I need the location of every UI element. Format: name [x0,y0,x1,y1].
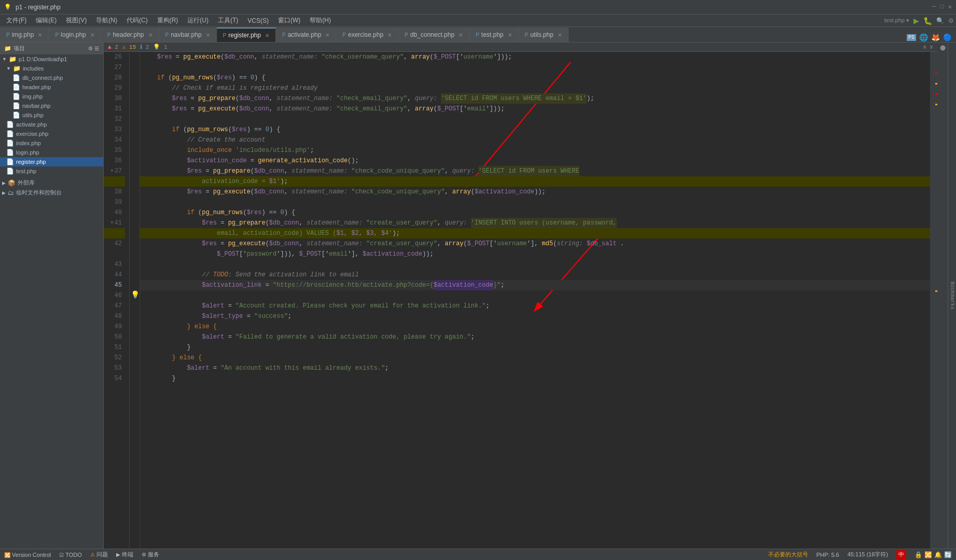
sidebar-file-index[interactable]: 📄 index.php [0,138,103,148]
right-panel-toggle[interactable]: ⬤ [940,45,946,50]
sidebar-file-db-connect[interactable]: 📄 db_connect.php [0,73,103,82]
code-line-48: $alert_type = "success"; [140,311,930,321]
tab-utils-php[interactable]: P utils.php✕ [519,27,569,42]
menu-tools[interactable]: 工具(T) [214,15,242,26]
code-line-39 [140,197,930,207]
status-services[interactable]: ⚙ 服务 [142,551,159,558]
menu-view[interactable]: 视图(V) [62,15,91,26]
file-label-register: register.php [16,159,46,165]
run-config[interactable]: test.php ▾ [884,17,909,24]
editor-area[interactable]: ▲ 2 ⚠ 15 ℹ 2 💡 1 ∧ ∨ 26 27 28 29 30 31 3… [104,43,937,549]
sidebar-tools[interactable]: ⚙ ☰ [88,46,99,51]
php-icon6: 📄 [6,121,14,128]
sidebar-file-img[interactable]: 📄 img.php [0,92,103,101]
ln-43: 43 [104,259,125,270]
menu-window[interactable]: 窗口(W) [274,15,304,26]
php-icon5: 📄 [12,111,20,119]
ln-51: 51 [104,342,125,353]
bookmarks-label: Bookmarks [949,282,955,310]
sidebar-file-utils[interactable]: 📄 utils.php [0,110,103,120]
code-lines[interactable]: $res = pg_execute($db_conn, statement_na… [140,52,930,549]
project-icon: 📁 [4,45,11,52]
titlebar: 💡 p1 - register.php ─ □ ✕ [0,0,956,15]
includes-folder-icon: 📁 [13,65,21,72]
menu-refactor[interactable]: 重构(R) [153,15,183,26]
menu-help[interactable]: 帮助(H) [306,15,335,26]
browser-icon1[interactable]: 🌐 [919,33,928,42]
tab-db-connect-php[interactable]: P db_connect.php✕ [398,27,469,42]
tab-img-php[interactable]: P img.php✕ [0,27,49,42]
tab-register-php[interactable]: P register.php✕ [217,27,276,42]
sidebar-file-header[interactable]: 📄 header.php [0,82,103,92]
ln-41: ▼41 [104,218,125,228]
code-line-32 [140,114,930,124]
menu-nav[interactable]: 导航(N) [92,15,121,26]
ln-49: 49 [104,321,125,332]
fold-icon[interactable]: ▼ [110,166,113,176]
settings-btn[interactable]: ⚙ [948,17,954,24]
info-count: ℹ 2 [140,44,149,50]
tab-activate-php[interactable]: P activate.php✕ [276,27,336,42]
file-label-login: login.php [16,149,39,156]
run-btn[interactable]: ▶ [913,17,919,25]
sidebar-temp-files[interactable]: ▶ 🗂 临时文件和控制台 [0,188,103,198]
status-bracket-hint: 不必要的大括号 [768,551,808,558]
php-icon3: 📄 [12,93,20,100]
tab-exercise-php[interactable]: P exercise.php✕ [336,27,398,42]
ln-44: 44 [104,270,125,280]
maximize-btn[interactable]: □ [940,3,944,11]
menu-code[interactable]: 代码(C) [122,15,152,26]
ln-33: 33 [104,124,125,135]
file-label-utils: utils.php [22,112,44,118]
ln-41b [104,228,125,239]
sidebar-file-activate[interactable]: 📄 activate.php [0,120,103,129]
sidebar-file-navbar[interactable]: 📄 navbar.php [0,101,103,110]
php-icon10: 📄 [6,158,14,165]
tab-navbar-php[interactable]: P navbar.php✕ [159,27,217,42]
status-git-icon: 🔀 [924,551,932,558]
menu-file[interactable]: 文件(F) [2,15,31,26]
statusbar-right: 不必要的大括号 PHP: 5.6 45:115 (16字符) 中 🔒 🔀 🔔 🔄 [768,550,952,559]
sidebar-file-login[interactable]: 📄 login.php [0,148,103,157]
sidebar-includes-folder[interactable]: ▼ 📁 includes [0,64,103,73]
menu-edit[interactable]: 编辑(E) [32,15,61,26]
code-line-46 [140,290,930,301]
status-version-control[interactable]: 🔀 Version Control [4,552,51,558]
code-line-49: } else { [140,321,930,332]
file-label-exercise: exercise.php [16,131,48,137]
sidebar-file-exercise[interactable]: 📄 exercise.php [0,129,103,138]
root-folder-icon: 📁 [9,55,17,63]
bookmarks-side: Bookmarks [948,43,956,549]
browser-icon3[interactable]: 🔵 [943,33,952,42]
fold-icon2[interactable]: ▼ [110,218,113,228]
nav-arrows[interactable]: ∧ ∨ [923,44,933,50]
status-sync-icon: 🔄 [944,551,952,558]
includes-label: includes [23,65,44,72]
tab-test-php[interactable]: P test.php✕ [469,27,518,42]
sidebar-root[interactable]: ▼ 📁 p1 D:\Download\p1 [0,54,103,64]
search-btn[interactable]: 🔍 [936,17,944,24]
menu-run[interactable]: 运行(U) [183,15,213,26]
code-line-53: $alert = "An account with this email alr… [140,363,930,373]
browser-icon2[interactable]: 🦊 [931,33,940,42]
code-line-26: $res = pg_execute($db_conn, statement_na… [140,52,930,62]
ln-28: 28 [104,73,125,83]
minimize-btn[interactable]: ─ [932,3,936,11]
status-lang-cn[interactable]: 中 [896,550,906,559]
php-icon2: 📄 [12,83,20,91]
file-label-db-connect: db_connect.php [22,75,63,81]
sidebar-file-register[interactable]: 📄 register.php [0,157,103,166]
close-btn[interactable]: ✕ [948,3,952,11]
status-terminal[interactable]: ▶ 终端 [116,551,133,558]
status-problems[interactable]: ⚠ 问题 [90,551,108,558]
status-todo[interactable]: ☑ TODO [59,552,81,558]
ln-34: 34 [104,135,125,145]
menu-vcs[interactable]: VCS(S) [243,16,273,25]
sidebar-external-libs[interactable]: ▶ 📦 外部库 [0,178,103,188]
ln-30: 30 [104,93,125,104]
code-line-42b: $_POST['password'])), $_POST['email'], $… [140,249,930,259]
tab-login-php[interactable]: P login.php✕ [49,27,101,42]
debug-btn[interactable]: 🐛 [923,17,932,25]
sidebar-file-test[interactable]: 📄 test.php [0,166,103,176]
tab-header-php[interactable]: P header.php✕ [101,27,159,42]
